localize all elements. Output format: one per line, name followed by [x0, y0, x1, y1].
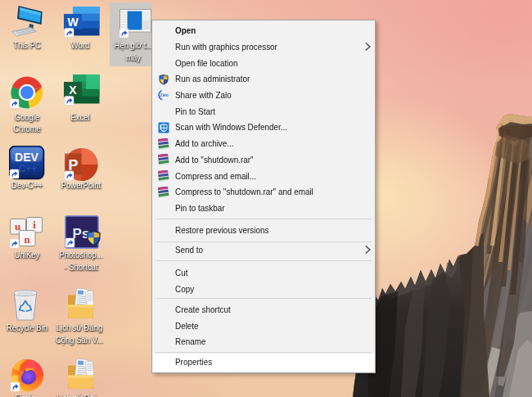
svg-text:C++: C++ [19, 163, 38, 174]
svg-text:n: n [24, 233, 30, 246]
svg-text:X: X [69, 83, 77, 97]
svg-text:W: W [67, 16, 79, 29]
svg-text:DEV: DEV [15, 151, 38, 164]
svg-text:P: P [68, 157, 78, 174]
svg-text:Ps: Ps [73, 226, 90, 241]
svg-text:i: i [33, 219, 36, 231]
svg-text:u: u [15, 220, 20, 232]
svg-text:Zalo: Zalo [160, 92, 168, 97]
